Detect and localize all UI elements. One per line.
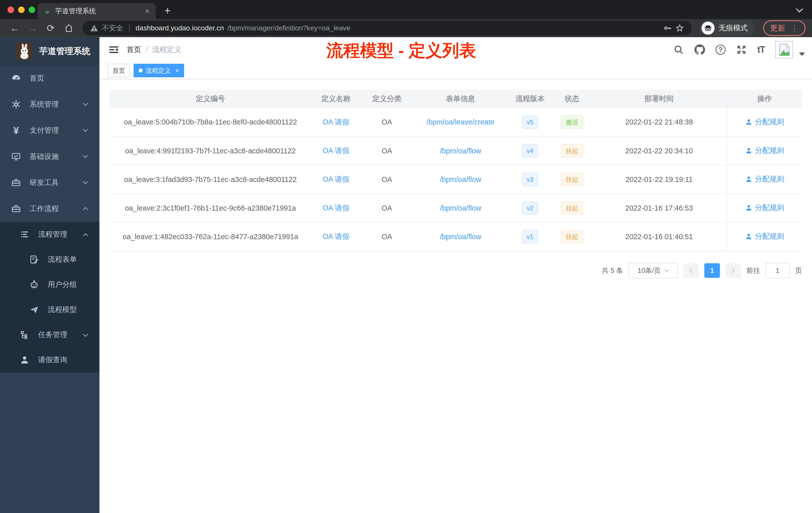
cell-deploy-time: 2022-01-22 19:19:11 [591, 165, 727, 194]
security-label: 不安全 [102, 23, 123, 33]
col-header-form: 表单信息 [413, 90, 508, 108]
tag-home[interactable]: 首页 [108, 64, 130, 77]
assign-rule-button[interactable]: 分配规则 [745, 203, 784, 213]
sidebar-item-label: 请假查询 [38, 355, 67, 365]
favicon-plant-icon [44, 7, 51, 14]
user-menu-caret-icon[interactable] [799, 53, 805, 56]
tab-search-chevron-icon[interactable] [796, 5, 803, 12]
chevron-up-icon [83, 233, 88, 238]
definition-name-link[interactable]: OA 请假 [323, 233, 349, 240]
sidebar-item-label: 流程模型 [48, 305, 77, 315]
sidebar-item-label: 支付管理 [30, 125, 59, 135]
tag-close-icon[interactable]: × [175, 67, 179, 74]
breadcrumb-home[interactable]: 首页 [126, 45, 141, 55]
sidebar-logo[interactable]: 芋道管理系统 [0, 37, 99, 65]
browser-update-button[interactable]: 更新 ⋮ [763, 20, 806, 36]
table-row: oa_leave:3:1fad3d93-7b75-11ec-a3c8-acde4… [110, 165, 802, 194]
sidebar-item-process-mgmt[interactable]: 流程管理 [0, 222, 99, 247]
home-button[interactable] [61, 20, 77, 36]
cell-category: OA [360, 108, 413, 137]
bookmark-star-icon[interactable] [675, 24, 684, 32]
col-header-version: 流程版本 [508, 90, 552, 108]
col-header-category: 定义分类 [360, 90, 413, 108]
fullscreen-icon[interactable] [736, 44, 747, 55]
sidebar-item-infra[interactable]: 基础设施 [0, 144, 99, 170]
chevron-down-icon [83, 332, 88, 337]
search-icon[interactable] [673, 44, 684, 55]
user-icon [745, 175, 753, 183]
robot-icon [29, 280, 39, 290]
cell-definition-id: oa_leave:2:3c1f0ef1-76b1-11ec-9c66-a2380… [110, 194, 311, 222]
tab-close-icon[interactable]: × [145, 7, 150, 15]
page-size-select[interactable]: 10条/页 [629, 263, 678, 278]
url-bar[interactable]: 不安全 dashboard.yudao.iocoder.cn/bpm/manag… [82, 21, 692, 35]
assign-rule-button[interactable]: 分配规则 [745, 146, 784, 156]
person-icon [20, 355, 30, 365]
sidebar-item-user-group[interactable]: 用户分组 [0, 272, 99, 297]
browser-menu-dots-icon[interactable]: ⋮ [791, 24, 799, 33]
back-button[interactable]: ← [6, 20, 23, 36]
goto-page-input[interactable] [765, 263, 790, 278]
status-badge: 挂起 [561, 173, 583, 186]
user-icon [745, 233, 753, 240]
sidebar-item-label: 工作流程 [30, 204, 59, 214]
incognito-label: 无痕模式 [719, 23, 748, 33]
sidebar-item-task-mgmt[interactable]: 任务管理 [0, 322, 99, 348]
sidebar-item-leave-query[interactable]: 请假查询 [0, 348, 99, 372]
sidebar-item-home[interactable]: 首页 [0, 65, 99, 91]
status-badge: 挂起 [561, 230, 583, 243]
assign-rule-button[interactable]: 分配规则 [745, 174, 784, 184]
assign-rule-button[interactable]: 分配规则 [745, 117, 784, 127]
url-path: /bpm/manager/definition?key=oa_leave [228, 24, 350, 32]
form-link[interactable]: /bpm/oa/flow [440, 147, 481, 155]
sidebar-item-devtools[interactable]: 研发工具 [0, 170, 99, 196]
sidebar-item-process-form[interactable]: 流程表单 [0, 247, 99, 272]
definition-name-link[interactable]: OA 请假 [323, 175, 349, 183]
sidebar-item-process-model[interactable]: 流程模型 [0, 297, 99, 322]
form-link[interactable]: /bpm/oa/flow [440, 175, 481, 183]
tag-process-definition[interactable]: 流程定义 × [134, 64, 184, 77]
version-badge: v1 [522, 230, 538, 243]
reload-button[interactable]: ⟳ [43, 20, 59, 36]
col-header-name: 定义名称 [311, 90, 360, 108]
font-size-icon[interactable]: tT [757, 44, 765, 55]
forward-button[interactable]: → [25, 20, 41, 36]
pagination-total: 共 5 条 [602, 266, 623, 275]
form-link[interactable]: /bpm/oa/flow [440, 233, 481, 241]
avatar [16, 43, 33, 59]
help-icon[interactable]: ? [716, 45, 726, 55]
tag-label: 首页 [113, 66, 125, 75]
browser-toolbar: ← → ⟳ 不安全 dashboard.yudao.iocoder.cn/bpm… [0, 19, 812, 37]
definition-name-link[interactable]: OA 请假 [323, 118, 349, 126]
cell-category: OA [360, 222, 413, 251]
maximize-window-button[interactable] [29, 6, 35, 13]
page-number-button[interactable]: 1 [704, 263, 720, 278]
sidebar-item-label: 系统管理 [30, 99, 59, 110]
sidebar-item-workflow[interactable]: 工作流程 [0, 196, 99, 222]
user-avatar[interactable] [775, 41, 793, 58]
close-window-button[interactable] [7, 6, 14, 13]
browser-tab[interactable]: 芋道管理系统 × [38, 3, 156, 19]
table-row: oa_leave:4:991f2193-7b7f-11ec-a3c8-acde4… [110, 137, 802, 165]
breadcrumb-separator: / [146, 46, 148, 54]
minimize-window-button[interactable] [18, 6, 25, 13]
paper-plane-icon [29, 305, 39, 315]
chevron-down-icon [83, 179, 88, 184]
form-link[interactable]: /bpm/oa/flow [440, 204, 481, 212]
password-key-icon[interactable] [663, 24, 672, 32]
version-badge: v4 [522, 144, 538, 158]
form-link[interactable]: /bpm/oa/leave/create [427, 118, 495, 126]
new-tab-button[interactable]: + [165, 5, 171, 16]
sidebar-toggle-button[interactable] [99, 37, 126, 62]
breadcrumb: 首页 / 流程定义 [126, 45, 181, 55]
definition-name-link[interactable]: OA 请假 [323, 147, 349, 155]
definition-name-link[interactable]: OA 请假 [323, 204, 349, 212]
sidebar-item-payment[interactable]: ¥ 支付管理 [0, 117, 99, 144]
table-row: oa_leave:1:482ec033-762a-11ec-8477-a2380… [110, 222, 802, 251]
sidebar-item-system[interactable]: 系统管理 [0, 91, 99, 117]
prev-page-button[interactable] [683, 263, 699, 278]
github-icon[interactable] [695, 44, 705, 55]
sidebar-item-label: 流程管理 [38, 230, 67, 239]
next-page-button[interactable] [725, 263, 741, 278]
assign-rule-button[interactable]: 分配规则 [745, 232, 784, 241]
